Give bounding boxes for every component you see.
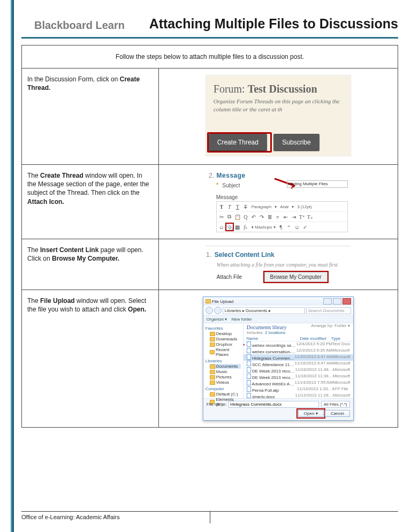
back-icon[interactable] bbox=[206, 307, 213, 314]
page-title: Attaching Multiple Files to Discussions bbox=[141, 16, 398, 32]
outdent-icon[interactable]: ⇥ bbox=[290, 213, 298, 221]
brand: Blackboard Learn bbox=[34, 19, 125, 32]
step-4-text: The File Upload window will open. Select… bbox=[27, 297, 153, 314]
filename-input[interactable] bbox=[229, 401, 319, 408]
quote-icon[interactable]: “ bbox=[285, 223, 293, 231]
screenshot-forum: Forum: Test Discussion Organize Forum Th… bbox=[206, 75, 351, 156]
paste-icon[interactable]: 📋 bbox=[234, 213, 241, 221]
attach-icon[interactable]: 📎 bbox=[226, 223, 233, 231]
emoji-icon[interactable]: ☺ bbox=[218, 223, 225, 231]
steps-table: Follow the steps below to attach multipl… bbox=[21, 45, 398, 428]
copy-icon[interactable]: ⧉ bbox=[226, 213, 233, 221]
file-row[interactable]: DE Week 2013 recordings (2).docx11/18/20… bbox=[243, 367, 353, 374]
highlight-browse: Browse My Computer bbox=[263, 271, 329, 283]
file-row[interactable]: webex recordings sept 5 thru december 4…… bbox=[243, 341, 353, 348]
browse-my-computer-button[interactable]: Browse My Computer bbox=[264, 272, 328, 282]
file-row[interactable]: Advanced WebEx Attendance 11_2013.xlsx11… bbox=[243, 380, 353, 386]
editor-toolbar: T T T T Paragraph▾ Arial▾ 3 (12pt) ✂ ⧉ 📋 bbox=[216, 201, 348, 232]
new-folder-button[interactable]: New folder bbox=[231, 317, 252, 322]
undo-icon[interactable]: ↶ bbox=[250, 213, 257, 221]
spell-icon[interactable]: ✓ bbox=[301, 223, 309, 231]
fx-icon[interactable]: fₓ bbox=[242, 223, 249, 231]
indent-icon[interactable]: ⇤ bbox=[282, 213, 290, 221]
file-row[interactable]: SCC Attendance 11_1 to 11_15.xlsx11/18/2… bbox=[243, 361, 353, 367]
filter-select[interactable]: All Files (*.*) bbox=[321, 401, 350, 408]
screenshot-editor: 2. Message * Subject Adding Multiple Fil… bbox=[209, 171, 348, 232]
file-row[interactable]: webex conversation-center dec 2.xlsx12/2… bbox=[243, 348, 353, 354]
subscribe-button[interactable]: Subscribe bbox=[273, 134, 319, 151]
media-icon[interactable]: ▦ bbox=[234, 223, 241, 231]
para-icon[interactable]: ¶ bbox=[277, 223, 285, 231]
underline-icon[interactable]: T bbox=[234, 203, 241, 210]
forward-icon[interactable] bbox=[214, 307, 222, 314]
maximize-icon[interactable] bbox=[333, 298, 341, 305]
intro-text: Follow the steps below to attach multipl… bbox=[116, 53, 304, 60]
bold-icon[interactable]: T bbox=[218, 203, 225, 210]
step-3-text: The Insert Content Link page will open. … bbox=[27, 246, 153, 263]
close-icon[interactable] bbox=[342, 298, 351, 305]
open-button[interactable]: Open ▾ bbox=[298, 410, 324, 417]
search-input[interactable]: Search Documents bbox=[306, 307, 351, 314]
screenshot-file-dialog: File Upload Libraries ▸ Documents ▸ Sear… bbox=[203, 297, 354, 421]
redo-icon[interactable]: ↷ bbox=[258, 213, 265, 221]
breadcrumb[interactable]: Libraries ▸ Documents ▸ bbox=[223, 307, 305, 314]
cancel-button[interactable]: Cancel bbox=[325, 410, 350, 417]
screenshot-content-link: 1.Select Content Link When attaching a f… bbox=[206, 246, 351, 283]
sub-icon[interactable]: Tₓ bbox=[306, 213, 314, 221]
subject-input[interactable]: Adding Multiple Files bbox=[287, 180, 348, 188]
organize-menu[interactable]: Organize ▾ bbox=[207, 317, 227, 322]
italic-icon[interactable]: T bbox=[226, 203, 233, 210]
create-thread-button[interactable]: Create Thread bbox=[209, 134, 267, 151]
file-row[interactable]: Hidegrass Comments.docx11/20/2013 8:47 A… bbox=[243, 354, 353, 361]
step-1-text: In the Discussion Form, click on Create … bbox=[27, 75, 153, 92]
header: Blackboard Learn Attaching Multiple File… bbox=[21, 0, 411, 35]
anchor-icon[interactable]: ☺ bbox=[293, 223, 301, 231]
folder-icon bbox=[206, 299, 211, 303]
minimize-icon[interactable] bbox=[323, 298, 332, 305]
side-stripe bbox=[11, 0, 14, 532]
file-row[interactable]: Perna Poll.atp11/13/2013 1:20…ATP File bbox=[243, 386, 353, 393]
required-icon: * bbox=[216, 181, 219, 189]
highlight-create-thread: Create Thread bbox=[207, 132, 272, 153]
footer: Office of e-Learning: Academic Affairs bbox=[21, 511, 398, 523]
sup-icon[interactable]: Tˣ bbox=[298, 213, 306, 221]
list2-icon[interactable]: ≡ bbox=[274, 213, 281, 221]
strike-icon[interactable]: T bbox=[242, 203, 249, 210]
dialog-sidebar: Favorites Desktop Downloads Dropbox Rece… bbox=[203, 323, 243, 398]
list-icon[interactable]: ≣ bbox=[266, 213, 273, 221]
find-icon[interactable]: Q bbox=[242, 213, 249, 221]
sidebar-documents[interactable]: Documents bbox=[210, 364, 241, 369]
file-row[interactable]: dmedv.docx11/12/2013 11:28…Microsoft bbox=[243, 393, 353, 398]
file-row[interactable]: DE Week 2013 recordings.docx11/18/2013 1… bbox=[243, 374, 353, 380]
step-2-text: The Create Thread window will open. In t… bbox=[27, 171, 153, 206]
header-rule bbox=[21, 37, 398, 39]
cut-icon[interactable]: ✂ bbox=[218, 213, 225, 221]
